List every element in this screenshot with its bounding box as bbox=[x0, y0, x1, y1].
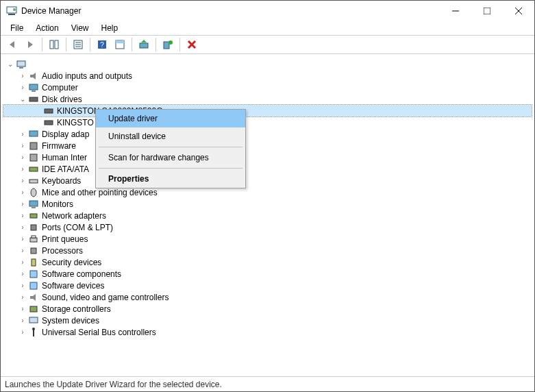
chevron-right-icon[interactable]: › bbox=[18, 247, 27, 255]
minimize-button[interactable] bbox=[440, 1, 471, 21]
chevron-right-icon[interactable]: › bbox=[18, 165, 27, 173]
tree-node-processors[interactable]: › Processors bbox=[3, 245, 532, 256]
tree-node-kingston-2[interactable]: KINGSTO bbox=[3, 117, 532, 128]
tree-label: Audio inputs and outputs bbox=[42, 71, 132, 81]
chevron-right-icon[interactable]: › bbox=[18, 328, 27, 336]
svg-rect-21 bbox=[164, 42, 169, 49]
tree-node-disk-drives[interactable]: ⌄ Disk drives bbox=[3, 93, 532, 105]
svg-rect-4 bbox=[484, 8, 490, 14]
menu-view[interactable]: View bbox=[66, 22, 95, 34]
chevron-right-icon[interactable]: › bbox=[18, 235, 27, 243]
ctx-update-driver[interactable]: Update driver bbox=[96, 110, 245, 127]
show-hide-tree-icon[interactable] bbox=[47, 37, 62, 52]
tree-label: Processors bbox=[42, 246, 83, 256]
tree-node-system[interactable]: › System devices bbox=[3, 315, 532, 326]
tree-node-security[interactable]: › Security devices bbox=[3, 256, 532, 268]
monitor-icon bbox=[28, 82, 39, 93]
tree-node-kingston-1[interactable]: KINGSTON SA2000M8500G bbox=[3, 105, 532, 117]
tree-node-software-devices[interactable]: › Software devices bbox=[3, 280, 532, 291]
back-icon[interactable] bbox=[5, 37, 20, 52]
toolbar-separator bbox=[179, 38, 180, 51]
chevron-right-icon[interactable]: › bbox=[18, 188, 27, 197]
chevron-right-icon[interactable]: › bbox=[18, 293, 27, 302]
detail-pane-icon[interactable] bbox=[112, 37, 127, 52]
chevron-down-icon[interactable]: ⌄ bbox=[18, 95, 27, 103]
chevron-right-icon[interactable]: › bbox=[18, 177, 27, 185]
chevron-right-icon[interactable]: › bbox=[18, 84, 27, 92]
menu-help[interactable]: Help bbox=[96, 22, 124, 34]
close-button[interactable] bbox=[503, 1, 534, 21]
network-icon bbox=[28, 210, 39, 221]
scan-hardware-icon[interactable] bbox=[160, 37, 175, 52]
root-node[interactable]: ⌄ bbox=[3, 58, 532, 70]
svg-marker-27 bbox=[30, 73, 36, 79]
chevron-right-icon[interactable]: › bbox=[18, 154, 27, 162]
ctx-scan-hardware[interactable]: Scan for hardware changes bbox=[96, 149, 245, 167]
tree-node-audio[interactable]: › Audio inputs and outputs bbox=[3, 70, 532, 82]
tree-node-software-components[interactable]: › Software components bbox=[3, 268, 532, 280]
svg-rect-30 bbox=[29, 97, 38, 101]
tree-node-usb[interactable]: › Universal Serial Bus controllers bbox=[3, 326, 532, 338]
tree-node-network[interactable]: › Network adapters bbox=[3, 210, 532, 221]
expander-none bbox=[34, 119, 42, 127]
svg-rect-26 bbox=[19, 67, 23, 69]
tree-node-monitors[interactable]: › Monitors bbox=[3, 198, 532, 210]
svg-rect-48 bbox=[30, 282, 37, 289]
svg-rect-46 bbox=[32, 259, 36, 266]
chevron-right-icon[interactable]: › bbox=[18, 305, 27, 313]
svg-marker-8 bbox=[28, 41, 33, 48]
update-driver-icon[interactable] bbox=[136, 37, 151, 52]
menu-file[interactable]: File bbox=[5, 22, 29, 34]
tree-node-storage[interactable]: › Storage controllers bbox=[3, 303, 532, 315]
ctx-properties[interactable]: Properties bbox=[96, 170, 245, 188]
tree-node-mice[interactable]: › Mice and other pointing devices bbox=[3, 186, 532, 198]
tree-label: Keyboards bbox=[42, 176, 81, 186]
chevron-right-icon[interactable]: › bbox=[18, 200, 27, 208]
chevron-right-icon[interactable]: › bbox=[18, 317, 27, 325]
window-title: Device Manager bbox=[21, 6, 440, 16]
disk-icon bbox=[43, 106, 54, 117]
chevron-right-icon[interactable]: › bbox=[18, 223, 27, 232]
ctx-separator bbox=[99, 168, 242, 169]
menu-action[interactable]: Action bbox=[30, 22, 64, 34]
chevron-down-icon[interactable]: ⌄ bbox=[6, 60, 14, 69]
ports-icon bbox=[28, 222, 39, 233]
chevron-right-icon[interactable]: › bbox=[18, 72, 27, 80]
chevron-right-icon[interactable]: › bbox=[18, 130, 27, 138]
svg-rect-42 bbox=[31, 225, 36, 230]
svg-rect-47 bbox=[30, 271, 37, 278]
svg-rect-34 bbox=[30, 143, 37, 149]
device-tree[interactable]: ⌄ › Audio inputs and outputs › Computer … bbox=[1, 54, 534, 376]
svg-rect-51 bbox=[29, 317, 38, 323]
tree-node-hid[interactable]: › Human Inter bbox=[3, 151, 532, 163]
svg-rect-10 bbox=[55, 40, 58, 49]
firmware-icon bbox=[28, 140, 39, 151]
titlebar: Device Manager bbox=[1, 1, 534, 21]
chevron-right-icon[interactable]: › bbox=[18, 282, 27, 290]
tree-label: Firmware bbox=[42, 141, 76, 151]
tree-node-computer[interactable]: › Computer bbox=[3, 82, 532, 93]
svg-rect-44 bbox=[32, 236, 36, 238]
tree-node-keyboards[interactable]: › Keyboards bbox=[3, 175, 532, 186]
properties-sheet-icon[interactable] bbox=[71, 37, 86, 52]
chevron-right-icon[interactable]: › bbox=[18, 142, 27, 150]
tree-node-ide[interactable]: › IDE ATA/ATA bbox=[3, 163, 532, 175]
tree-node-print-queues[interactable]: › Print queues bbox=[3, 233, 532, 245]
chevron-right-icon[interactable]: › bbox=[18, 270, 27, 278]
ctx-uninstall-device[interactable]: Uninstall device bbox=[96, 127, 245, 145]
svg-point-2 bbox=[13, 8, 16, 11]
svg-rect-37 bbox=[29, 180, 38, 183]
context-menu: Update driver Uninstall device Scan for … bbox=[95, 109, 246, 188]
chevron-right-icon[interactable]: › bbox=[18, 258, 27, 267]
help-icon[interactable]: ? bbox=[95, 37, 110, 52]
tree-node-firmware[interactable]: › Firmware bbox=[3, 140, 532, 151]
forward-icon[interactable] bbox=[23, 37, 38, 52]
chevron-right-icon[interactable]: › bbox=[18, 212, 27, 220]
tree-node-sound[interactable]: › Sound, video and game controllers bbox=[3, 291, 532, 303]
svg-point-22 bbox=[169, 40, 173, 45]
svg-text:?: ? bbox=[100, 41, 104, 49]
tree-node-display[interactable]: › Display adap bbox=[3, 128, 532, 140]
uninstall-icon[interactable] bbox=[184, 37, 199, 52]
maximize-button[interactable] bbox=[471, 1, 503, 21]
tree-node-ports[interactable]: › Ports (COM & LPT) bbox=[3, 221, 532, 233]
